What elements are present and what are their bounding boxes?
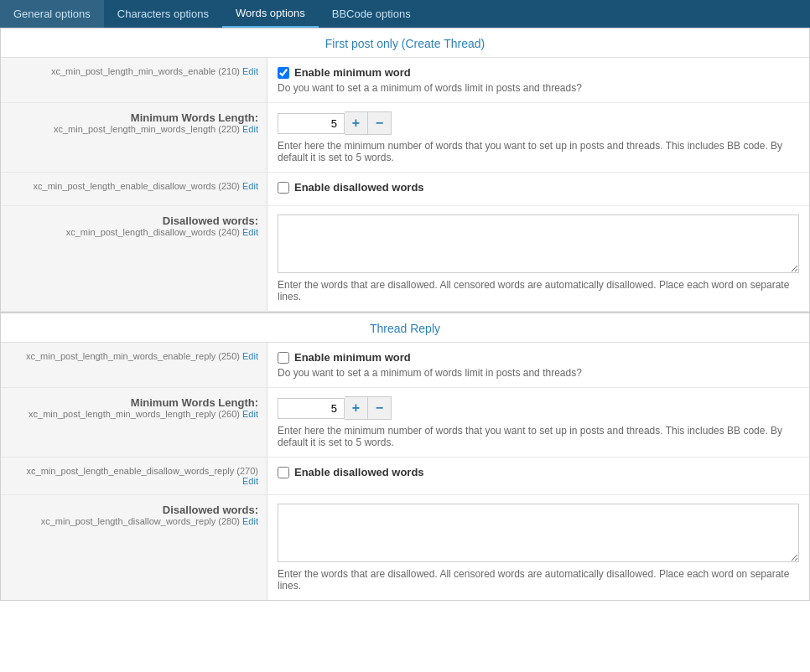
row-enable-min-word-reply: xc_min_post_length_min_words_enable_repl… bbox=[1, 343, 809, 388]
row-enable-disallow-words: xc_min_post_length_enable_disallow_words… bbox=[1, 173, 809, 206]
textarea-disallowed-words[interactable] bbox=[278, 215, 799, 273]
field-key-enable-disallow-words: xc_min_post_length_enable_disallow_words… bbox=[9, 181, 258, 191]
number-input-min-words-reply[interactable] bbox=[278, 398, 345, 419]
tab-bar: General options Characters options Words… bbox=[0, 0, 810, 28]
row-label-disallowed-words-reply: Disallowed words: xc_min_post_length_dis… bbox=[1, 495, 267, 600]
checkbox-label-enable-min-word-reply[interactable]: Enable minimum word bbox=[278, 351, 799, 364]
tab-words[interactable]: Words options bbox=[222, 0, 319, 28]
textarea-disallowed-words-reply[interactable] bbox=[278, 504, 799, 562]
row-min-words-length-reply: Minimum Words Length: xc_min_post_length… bbox=[1, 388, 809, 457]
row-label-enable-disallow-words-reply: xc_min_post_length_enable_disallow_words… bbox=[1, 457, 267, 494]
edit-link-min-words-length-reply[interactable]: Edit bbox=[242, 409, 258, 419]
section-heading-first-post: First post only (Create Thread) bbox=[1, 28, 809, 58]
row-label-min-words-length-reply: Minimum Words Length: xc_min_post_length… bbox=[1, 388, 267, 457]
checkbox-label-enable-disallow-words-reply[interactable]: Enable disallowed words bbox=[278, 466, 799, 478]
description-disallowed-words: Enter the words that are disallowed. All… bbox=[278, 279, 799, 302]
edit-link-enable-min-word-reply[interactable]: Edit bbox=[242, 351, 258, 361]
edit-link-enable-min-word[interactable]: Edit bbox=[242, 66, 258, 76]
row-content-enable-min-word-reply: Enable minimum word Do you want to set a… bbox=[267, 343, 809, 387]
row-content-enable-disallow-words-reply: Enable disallowed words bbox=[267, 457, 809, 494]
row-content-min-words-length: + − Enter here the minimum number of wor… bbox=[267, 103, 809, 172]
row-disallowed-words: Disallowed words: xc_min_post_length_dis… bbox=[1, 206, 809, 312]
field-key-disallowed-words-reply: xc_min_post_length_disallow_words_reply … bbox=[9, 516, 258, 526]
row-label-min-words-length: Minimum Words Length: xc_min_post_length… bbox=[1, 103, 267, 172]
tab-bbcode[interactable]: BBCode options bbox=[319, 0, 424, 28]
row-label-disallowed-words: Disallowed words: xc_min_post_length_dis… bbox=[1, 206, 267, 311]
field-key-enable-min-word: xc_min_post_length_min_words_enable (210… bbox=[9, 66, 258, 76]
section-heading-thread-reply: Thread Reply bbox=[1, 312, 809, 343]
checkbox-label-enable-min-word[interactable]: Enable minimum word bbox=[278, 66, 799, 79]
description-min-words-length: Enter here the minimum number of words t… bbox=[278, 140, 799, 163]
tab-general[interactable]: General options bbox=[0, 0, 104, 28]
field-key-enable-min-word-reply: xc_min_post_length_min_words_enable_repl… bbox=[9, 351, 258, 361]
edit-link-enable-disallow-words-reply[interactable]: Edit bbox=[242, 476, 258, 486]
row-content-min-words-length-reply: + − Enter here the minimum number of wor… bbox=[267, 388, 809, 457]
row-enable-disallow-words-reply: xc_min_post_length_enable_disallow_words… bbox=[1, 457, 809, 495]
field-key-min-words-length-reply: xc_min_post_length_min_words_length_repl… bbox=[9, 409, 258, 419]
row-enable-min-word: xc_min_post_length_min_words_enable (210… bbox=[1, 58, 809, 103]
main-content: First post only (Create Thread) xc_min_p… bbox=[0, 28, 810, 601]
row-disallowed-words-reply: Disallowed words: xc_min_post_length_dis… bbox=[1, 495, 809, 600]
row-label-enable-disallow-words: xc_min_post_length_enable_disallow_words… bbox=[1, 173, 267, 205]
edit-link-disallowed-words-reply[interactable]: Edit bbox=[242, 516, 258, 526]
description-disallowed-words-reply: Enter the words that are disallowed. All… bbox=[278, 568, 799, 592]
btn-plus-min-words[interactable]: + bbox=[345, 111, 368, 135]
number-input-min-words[interactable] bbox=[278, 113, 345, 134]
checkbox-enable-disallow-words-reply[interactable] bbox=[278, 467, 289, 478]
checkbox-enable-min-word[interactable] bbox=[278, 67, 289, 79]
row-min-words-length: Minimum Words Length: xc_min_post_length… bbox=[1, 103, 809, 173]
row-label-enable-min-word-reply: xc_min_post_length_min_words_enable_repl… bbox=[1, 343, 267, 387]
number-control-min-words: + − bbox=[278, 111, 799, 135]
btn-minus-min-words-reply[interactable]: − bbox=[368, 396, 392, 420]
row-content-enable-min-word: Enable minimum word Do you want to set a… bbox=[267, 58, 809, 102]
description-enable-min-word: Do you want to set a a minimum of words … bbox=[278, 82, 799, 94]
btn-plus-min-words-reply[interactable]: + bbox=[345, 396, 368, 420]
row-label-enable-min-word: xc_min_post_length_min_words_enable (210… bbox=[1, 58, 267, 102]
row-content-disallowed-words: Enter the words that are disallowed. All… bbox=[267, 206, 809, 311]
field-key-disallowed-words: xc_min_post_length_disallow_words (240) … bbox=[9, 227, 258, 237]
number-control-min-words-reply: + − bbox=[278, 396, 799, 420]
checkbox-label-enable-disallow-words[interactable]: Enable disallowed words bbox=[278, 181, 799, 194]
checkbox-enable-disallow-words[interactable] bbox=[278, 182, 289, 194]
description-min-words-length-reply: Enter here the minimum number of words t… bbox=[278, 425, 799, 448]
tab-characters[interactable]: Characters options bbox=[104, 0, 222, 28]
edit-link-disallowed-words[interactable]: Edit bbox=[242, 227, 258, 237]
field-key-min-words-length: xc_min_post_length_min_words_length (220… bbox=[9, 124, 258, 134]
description-enable-min-word-reply: Do you want to set a a minimum of words … bbox=[278, 367, 799, 379]
edit-link-enable-disallow-words[interactable]: Edit bbox=[242, 181, 258, 191]
checkbox-enable-min-word-reply[interactable] bbox=[278, 352, 289, 364]
row-content-enable-disallow-words: Enable disallowed words bbox=[267, 173, 809, 205]
row-content-disallowed-words-reply: Enter the words that are disallowed. All… bbox=[267, 495, 809, 600]
edit-link-min-words-length[interactable]: Edit bbox=[242, 124, 258, 134]
btn-minus-min-words[interactable]: − bbox=[368, 111, 392, 135]
field-key-enable-disallow-words-reply: xc_min_post_length_enable_disallow_words… bbox=[9, 466, 258, 486]
